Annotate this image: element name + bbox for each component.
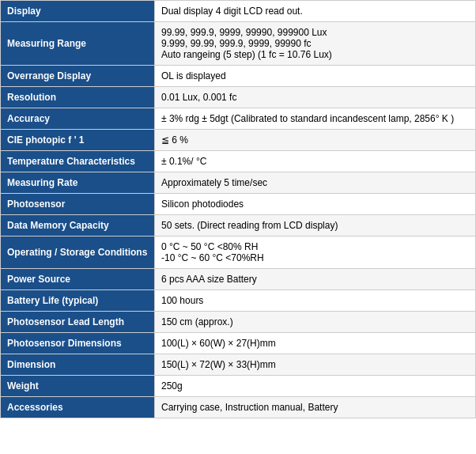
spec-value: ± 0.1%/ °C	[155, 151, 476, 172]
spec-value: 250g	[155, 376, 476, 397]
table-row: Battery Life (typical)100 hours	[1, 290, 476, 312]
spec-value: ± 3% rdg ± 5dgt (Calibrated to standard …	[155, 108, 476, 130]
table-row: Weight250g	[1, 376, 476, 397]
spec-label: CIE photopic f ' 1	[1, 130, 155, 151]
spec-label: Display	[1, 1, 155, 22]
spec-value: 50 sets. (Direct reading from LCD displa…	[155, 215, 476, 236]
table-row: Dimension150(L) × 72(W) × 33(H)mm	[1, 354, 476, 376]
spec-label: Temperature Characteristics	[1, 151, 155, 172]
table-row: Data Memory Capacity50 sets. (Direct rea…	[1, 215, 476, 236]
spec-value: 150 cm (approx.)	[155, 312, 476, 333]
table-row: PhotosensorSilicon photodiodes	[1, 194, 476, 215]
table-row: Photosensor Lead Length150 cm (approx.)	[1, 312, 476, 333]
table-row: Photosensor Dimensions100(L) × 60(W) × 2…	[1, 333, 476, 354]
spec-value: 100 hours	[155, 290, 476, 312]
table-row: Accuracy± 3% rdg ± 5dgt (Calibrated to s…	[1, 108, 476, 130]
spec-value: OL is displayed	[155, 66, 476, 87]
spec-value: 100(L) × 60(W) × 27(H)mm	[155, 333, 476, 354]
spec-label: Measuring Rate	[1, 172, 155, 194]
spec-value: 0.01 Lux, 0.001 fc	[155, 87, 476, 108]
spec-label: Operating / Storage Conditions	[1, 236, 155, 269]
table-row: Operating / Storage Conditions0 °C ~ 50 …	[1, 236, 476, 269]
spec-value: 6 pcs AAA size Battery	[155, 269, 476, 290]
table-row: Power Source6 pcs AAA size Battery	[1, 269, 476, 290]
table-row: CIE photopic f ' 1≦ 6 %	[1, 130, 476, 151]
spec-label: Overrange Display	[1, 66, 155, 87]
spec-value: Dual display 4 digit LCD read out.	[155, 1, 476, 22]
table-row: Temperature Characteristics± 0.1%/ °C	[1, 151, 476, 172]
specs-table: DisplayDual display 4 digit LCD read out…	[0, 0, 476, 418]
spec-value: 0 °C ~ 50 °C <80% RH-10 °C ~ 60 °C <70%R…	[155, 236, 476, 269]
spec-value: Approximately 5 time/sec	[155, 172, 476, 194]
table-row: Measuring Range99.99, 999.9, 9999, 99990…	[1, 22, 476, 66]
spec-label: Weight	[1, 376, 155, 397]
spec-value: 150(L) × 72(W) × 33(H)mm	[155, 354, 476, 376]
table-row: Measuring RateApproximately 5 time/sec	[1, 172, 476, 194]
spec-value: Carrying case, Instruction manual, Batte…	[155, 397, 476, 418]
spec-value: ≦ 6 %	[155, 130, 476, 151]
table-row: Resolution0.01 Lux, 0.001 fc	[1, 87, 476, 108]
spec-value: Silicon photodiodes	[155, 194, 476, 215]
spec-label: Photosensor Lead Length	[1, 312, 155, 333]
spec-label: Photosensor	[1, 194, 155, 215]
table-row: Overrange DisplayOL is displayed	[1, 66, 476, 87]
spec-label: Resolution	[1, 87, 155, 108]
spec-value: 99.99, 999.9, 9999, 99990, 999900 Lux9.9…	[155, 22, 476, 66]
spec-label: Battery Life (typical)	[1, 290, 155, 312]
spec-label: Photosensor Dimensions	[1, 333, 155, 354]
spec-label: Power Source	[1, 269, 155, 290]
spec-label: Measuring Range	[1, 22, 155, 66]
spec-label: Data Memory Capacity	[1, 215, 155, 236]
spec-label: Accessories	[1, 397, 155, 418]
table-row: DisplayDual display 4 digit LCD read out…	[1, 1, 476, 22]
spec-label: Accuracy	[1, 108, 155, 130]
table-row: AccessoriesCarrying case, Instruction ma…	[1, 397, 476, 418]
spec-label: Dimension	[1, 354, 155, 376]
